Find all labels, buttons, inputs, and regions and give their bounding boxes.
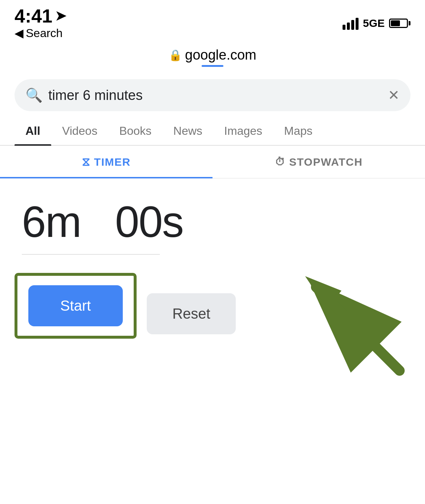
timer-display: 6m 00s [0,178,425,273]
timer-section: ⧖ TIMER ⏱ STOPWATCH 6m 00s Start Reset [0,146,425,353]
stopwatch-label: STOPWATCH [289,156,363,168]
search-box-wrapper: 🔍 timer 6 minutes ✕ [0,72,425,117]
battery-body [389,19,408,28]
tab-maps[interactable]: Maps [273,117,323,145]
timer-seconds: 00s [115,197,183,246]
url-bar[interactable]: 🔒 google.com [0,44,425,72]
start-highlight-box: Start [15,273,137,339]
battery-indicator [389,19,410,28]
tab-news[interactable]: News [162,117,213,145]
timer-separator [22,254,160,255]
back-arrow-icon: ◀ [15,26,24,40]
search-box[interactable]: 🔍 timer 6 minutes ✕ [15,79,410,111]
timer-tab[interactable]: ⧖ TIMER [0,146,212,178]
status-bar: 4:41 ➤ ◀ Search 5GE [0,0,425,44]
timer-icon: ⧖ [82,155,90,169]
url-text: google.com [185,47,256,63]
timer-time: 6m 00s [22,197,403,247]
start-button[interactable]: Start [28,285,123,326]
time-display: 4:41 [15,7,52,25]
stopwatch-icon: ⏱ [275,156,286,168]
timer-minutes: 6m [22,197,81,246]
signal-bar-3 [351,20,354,30]
signal-bar-4 [356,18,359,30]
url-progress-dot [202,65,223,67]
search-icon: 🔍 [25,87,42,103]
timer-label: TIMER [94,156,131,168]
lock-icon: 🔒 [169,49,182,61]
search-query: timer 6 minutes [48,88,382,103]
location-icon: ➤ [55,9,66,23]
tab-videos[interactable]: Videos [51,117,108,145]
signal-bars [343,17,359,30]
status-right: 5GE [343,17,410,30]
url-indicator [15,65,410,67]
clear-icon[interactable]: ✕ [388,87,400,103]
status-time: 4:41 ➤ [15,7,66,25]
network-type: 5GE [363,17,385,29]
tab-images[interactable]: Images [213,117,273,145]
signal-bar-1 [343,25,345,30]
signal-bar-2 [347,23,350,30]
status-left: 4:41 ➤ ◀ Search [15,7,66,40]
back-navigation[interactable]: ◀ Search [15,26,66,40]
reset-button[interactable]: Reset [147,293,236,334]
stopwatch-tab[interactable]: ⏱ STOPWATCH [212,146,425,178]
timer-tabs: ⧖ TIMER ⏱ STOPWATCH [0,146,425,178]
action-area: Start Reset [0,273,425,353]
back-label: Search [26,27,62,40]
filter-tabs: All Videos Books News Images Maps [0,117,425,146]
tab-all[interactable]: All [15,117,51,145]
battery-tip [409,21,410,25]
url-display[interactable]: 🔒 google.com [15,47,410,63]
battery-fill [391,20,400,26]
tab-books[interactable]: Books [108,117,162,145]
